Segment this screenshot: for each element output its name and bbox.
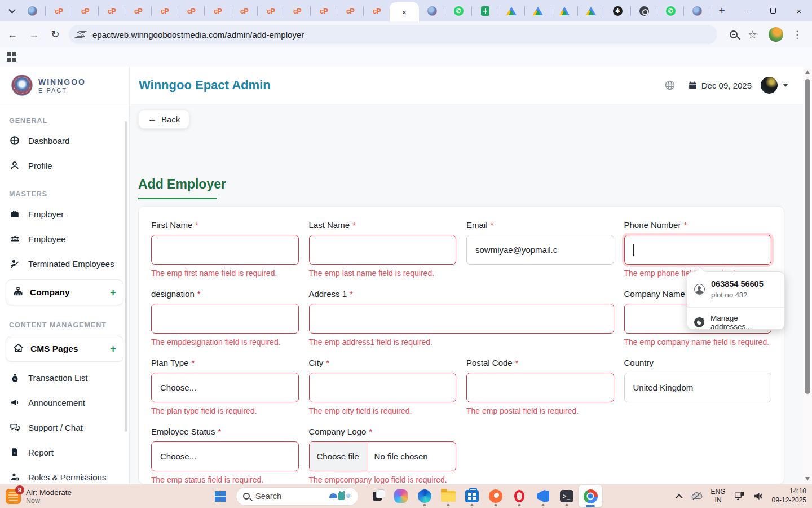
tab-drive[interactable]	[551, 1, 577, 20]
task-view-button[interactable]	[365, 485, 389, 507]
volume-icon[interactable]	[753, 491, 764, 501]
tab-winngoo[interactable]	[19, 1, 45, 20]
address1-input[interactable]	[309, 304, 614, 334]
start-button[interactable]	[210, 486, 230, 506]
apps-grid-icon[interactable]	[7, 52, 17, 62]
tab-chatgpt[interactable]: ✱	[604, 1, 630, 20]
bookmark-star-icon[interactable]: ☆	[748, 28, 757, 41]
sidebar-item-announcement[interactable]: Announcement	[0, 390, 129, 415]
tab-search-chevron-icon[interactable]	[5, 3, 19, 18]
brand-logo[interactable]: WINNGOO E PACT	[0, 67, 129, 104]
manage-addresses-item[interactable]: Manage addresses...	[687, 308, 784, 337]
chrome-button[interactable]	[579, 485, 602, 507]
avatar-caret-icon[interactable]	[783, 84, 788, 87]
company-logo-file-input[interactable]: Choose file No file chosen	[309, 441, 457, 471]
weather-widget[interactable]: 9 Air: Moderate Now	[6, 488, 72, 505]
browser-forward-button[interactable]: →	[25, 25, 43, 43]
scroll-up-arrow[interactable]	[805, 70, 810, 74]
tab-cpanel[interactable]: cP	[364, 1, 390, 20]
last-name-input[interactable]	[309, 235, 457, 265]
tab-drive[interactable]	[498, 1, 524, 20]
tab-cpanel[interactable]: cP	[311, 1, 337, 20]
company-plus-button[interactable]: +	[110, 286, 116, 299]
tab-close-icon[interactable]: ×	[402, 7, 407, 17]
tab-cpanel[interactable]: cP	[231, 1, 257, 20]
tab-whatsapp[interactable]: ✆	[657, 1, 683, 20]
plan-type-select[interactable]: Choose...	[151, 373, 299, 402]
back-button[interactable]: ← Back	[138, 110, 189, 129]
tab-drive[interactable]	[525, 1, 551, 20]
url-text[interactable]: epactweb.winngooboostmedia.com/admin/add…	[92, 30, 304, 40]
browser-reload-button[interactable]: ↻	[46, 25, 64, 43]
choose-file-button[interactable]: Choose file	[310, 442, 367, 471]
tab-cpanel[interactable]: cP	[99, 1, 125, 20]
browser-menu-icon[interactable]: ⋮	[792, 29, 802, 41]
browser-back-button[interactable]: ←	[3, 25, 21, 43]
file-explorer-button[interactable]	[436, 485, 460, 507]
tray-chevron-up-icon[interactable]	[676, 494, 683, 501]
tab-cpanel[interactable]: cP	[337, 1, 363, 20]
first-name-input[interactable]	[151, 235, 299, 265]
tab-sheets[interactable]	[472, 1, 498, 20]
admin-avatar[interactable]	[761, 77, 778, 94]
tab-cpanel[interactable]: cP	[178, 1, 204, 20]
sidebar-item-terminated-employees[interactable]: Terminated Employees	[0, 251, 129, 276]
sidebar-item-cms-pages[interactable]: CMS Pages +	[6, 336, 123, 362]
tab-winngoo[interactable]	[684, 1, 710, 20]
city-input[interactable]	[309, 373, 457, 402]
email-input[interactable]: sowmiyae@yopmail.c	[466, 235, 614, 265]
country-input[interactable]: United Kingdom	[624, 373, 772, 402]
network-icon[interactable]	[734, 491, 745, 501]
language-globe-icon[interactable]	[664, 80, 676, 91]
window-maximize-button[interactable]	[760, 0, 786, 21]
tab-cpanel[interactable]: cP	[258, 1, 284, 20]
postal-code-input[interactable]	[466, 373, 614, 402]
tab-cpanel[interactable]: cP	[46, 1, 72, 20]
taskbar-search[interactable]: Search ❄	[236, 487, 359, 506]
onedrive-paused-icon[interactable]	[691, 491, 703, 501]
sidebar-item-profile[interactable]: Profile	[0, 153, 129, 178]
edge-button[interactable]	[413, 485, 436, 507]
sidebar-item-report[interactable]: x Report	[0, 440, 129, 465]
language-indicator[interactable]: ENG IN	[711, 488, 726, 505]
employee-status-select[interactable]: Choose...	[151, 441, 299, 471]
vscode-button[interactable]	[531, 485, 555, 507]
clock[interactable]: 14:10 09-12-2025	[772, 487, 806, 505]
window-minimize-button[interactable]: –	[734, 0, 760, 21]
sidebar-item-support-chat[interactable]: Support / Chat	[0, 415, 129, 440]
site-info-icon[interactable]	[77, 31, 86, 38]
address-bar[interactable]: epactweb.winngooboostmedia.com/admin/add…	[69, 25, 717, 44]
autofill-suggestion[interactable]: 063854 56605 plot no 432	[687, 272, 784, 306]
terminal-button[interactable]: >_	[555, 485, 579, 507]
sidebar-scrollbar[interactable]	[125, 121, 127, 432]
opera-button[interactable]	[508, 485, 531, 507]
tab-cpanel[interactable]: cP	[205, 1, 231, 20]
sidebar-item-transaction-list[interactable]: $ Transaction List	[0, 365, 129, 390]
scrollbar-thumb[interactable]	[805, 79, 810, 394]
tab-cpanel[interactable]: cP	[125, 1, 151, 20]
tab-whatsapp[interactable]: ✆	[445, 1, 471, 20]
tab-cpanel[interactable]: cP	[72, 1, 98, 20]
new-tab-button[interactable]: +	[714, 3, 730, 19]
copilot-button[interactable]	[389, 485, 413, 507]
designation-input[interactable]	[151, 304, 299, 334]
tab-cpanel[interactable]: cP	[284, 1, 310, 20]
cms-pages-plus-button[interactable]: +	[110, 343, 116, 355]
window-close-button[interactable]: ×	[786, 0, 812, 21]
browser-profile-avatar[interactable]	[769, 27, 783, 42]
sidebar-item-roles-permissions[interactable]: Roles & Permissions	[0, 465, 129, 484]
sidebar-item-employer[interactable]: Employer	[0, 202, 129, 226]
active-tab[interactable]: ×	[390, 2, 419, 21]
sidebar-item-company[interactable]: Company +	[6, 279, 123, 305]
scroll-down-arrow[interactable]	[805, 477, 810, 481]
microsoft-store-button[interactable]	[460, 485, 484, 507]
sidebar-item-employee[interactable]: Employee	[0, 226, 129, 251]
phone-input[interactable]	[624, 235, 772, 265]
postman-button[interactable]	[484, 485, 508, 507]
tab-dark-app[interactable]	[631, 1, 657, 20]
tab-drive[interactable]	[578, 1, 604, 20]
page-zoom-icon[interactable]	[730, 30, 738, 38]
tab-winngoo[interactable]	[419, 1, 445, 20]
tab-cpanel[interactable]: cP	[152, 1, 178, 20]
sidebar-item-dashboard[interactable]: Dashboard	[0, 128, 129, 153]
